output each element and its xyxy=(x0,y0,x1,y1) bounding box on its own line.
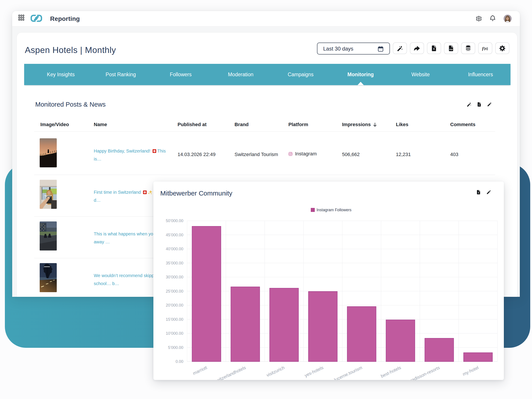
svg-text:20’000.00: 20’000.00 xyxy=(166,303,183,307)
svg-text:PDF: PDF xyxy=(449,49,453,51)
svg-text:15’000.00: 15’000.00 xyxy=(166,317,183,322)
svg-text:switzerlandhotels: switzerlandhotels xyxy=(214,365,247,380)
svg-text:50’000.00: 50’000.00 xyxy=(166,219,183,223)
svg-text:5’000.00: 5’000.00 xyxy=(168,345,183,350)
svg-text:radisson-resorts: radisson-resorts xyxy=(410,365,440,380)
svg-text:marriott: marriott xyxy=(192,365,208,376)
svg-text:0.00: 0.00 xyxy=(176,359,183,364)
svg-text:35’000.00: 35’000.00 xyxy=(166,261,183,265)
svg-text:best-hotels: best-hotels xyxy=(380,365,402,379)
svg-text:lucerne.tourism: lucerne.tourism xyxy=(333,365,363,380)
svg-text:x: x xyxy=(433,47,435,50)
svg-text:f: f xyxy=(482,46,484,51)
svg-text:25’000.00: 25’000.00 xyxy=(166,289,183,293)
svg-text:40’000.00: 40’000.00 xyxy=(166,247,183,251)
svg-text:my-hotel: my-hotel xyxy=(462,365,479,377)
svg-text:10’000.00: 10’000.00 xyxy=(166,331,183,336)
svg-text:yes-hotels: yes-hotels xyxy=(304,365,324,378)
svg-text:Instagram Followers: Instagram Followers xyxy=(317,208,352,212)
svg-text:45’000.00: 45’000.00 xyxy=(166,233,183,237)
svg-text:30’000.00: 30’000.00 xyxy=(166,275,183,279)
svg-text:(x): (x) xyxy=(484,47,488,50)
svg-text:visitzurich: visitzurich xyxy=(266,365,285,378)
